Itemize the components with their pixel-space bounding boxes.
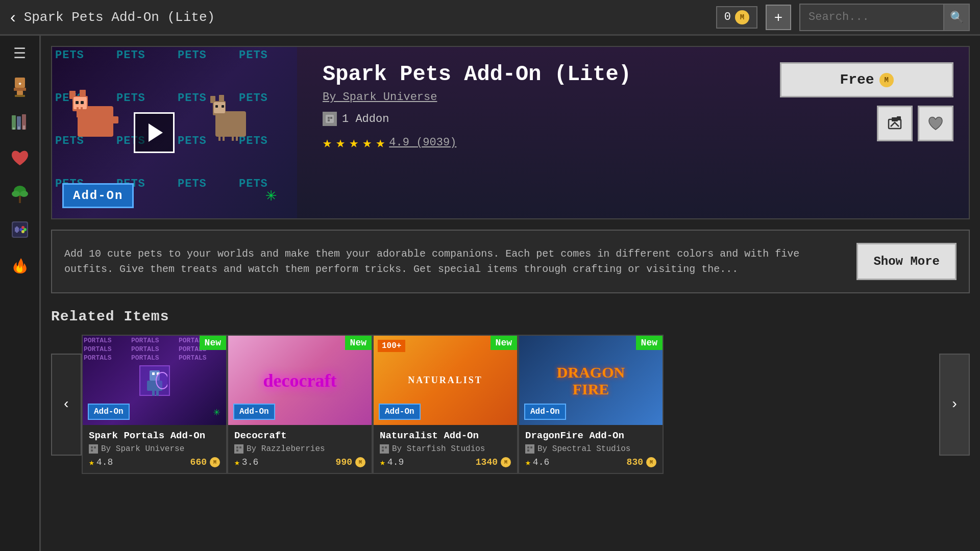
menu-icon[interactable]: ☰ (9, 41, 30, 66)
item-price: 1340 M (476, 457, 511, 467)
svg-rect-70 (385, 446, 387, 448)
back-button[interactable]: ‹ (10, 8, 16, 27)
item-addon-badge: Add-On (88, 404, 130, 420)
item-author-icon (525, 444, 534, 454)
svg-rect-9 (18, 127, 20, 130)
sidebar-item-library[interactable] (5, 107, 35, 138)
svg-rect-41 (222, 105, 224, 108)
product-actions: Free M (775, 47, 969, 218)
item-thumbnail: DRAGON FIRE New Add-On (519, 336, 663, 425)
item-author: By Razzleberries (247, 444, 325, 454)
svg-rect-29 (81, 101, 84, 104)
svg-rect-68 (380, 445, 388, 453)
sparkle-icon: ✳ (265, 184, 277, 206)
item-author: By Spectral Studios (537, 444, 630, 454)
svg-rect-10 (23, 126, 25, 130)
svg-rect-74 (530, 446, 532, 448)
sidebar-item-nature[interactable] (5, 179, 35, 209)
svg-rect-28 (76, 101, 79, 104)
list-item[interactable]: decocraft New Add-On Decocraft By Razzle… (227, 335, 373, 474)
svg-rect-61 (91, 446, 93, 448)
item-star: ★ (525, 457, 531, 468)
list-item[interactable]: PORTALSPORTALSPORTALS PORTALSPORTALSPORT… (82, 335, 227, 474)
related-items: PORTALSPORTALSPORTALS PORTALSPORTALSPORT… (82, 335, 939, 474)
item-thumbnail: decocraft New Add-On (228, 336, 372, 425)
item-name: Decocraft (234, 430, 365, 441)
related-nav-left[interactable]: ‹ (51, 354, 82, 456)
list-item[interactable]: DRAGON FIRE New Add-On DragonFire Add-On (518, 335, 664, 474)
search-button[interactable]: 🔍 (943, 5, 969, 30)
item-addon-badge: Add-On (524, 404, 566, 420)
item-info: Decocraft By Razzleberries ★ 3.6 (228, 425, 372, 473)
svg-rect-5 (12, 115, 16, 130)
item-thumbnail: PORTALSPORTALSPORTALS PORTALSPORTALSPORT… (83, 336, 226, 425)
rating-text[interactable]: 4.9 (9039) (389, 136, 456, 149)
svg-rect-34 (98, 116, 118, 123)
star-3: ★ (349, 133, 358, 152)
svg-rect-72 (526, 445, 534, 453)
item-rating-row: ★ 3.6 990 M (234, 457, 365, 468)
product-header: PETS PETS PETS PETS PETS PETS PETS PETS … (51, 46, 970, 219)
product-author[interactable]: By Spark Universe (323, 91, 749, 104)
search-bar: 🔍 (799, 4, 970, 31)
item-author: By Spark Universe (101, 444, 184, 454)
item-author-row: By Starfish Studios (380, 444, 511, 454)
svg-rect-65 (236, 446, 238, 448)
action-row (877, 106, 953, 141)
sidebar-item-fire[interactable] (5, 250, 35, 281)
svg-rect-62 (94, 446, 96, 448)
main-content: PETS PETS PETS PETS PETS PETS PETS PETS … (41, 36, 980, 551)
item-addon-badge: Add-On (233, 404, 275, 420)
svg-rect-52 (897, 116, 901, 120)
svg-rect-49 (328, 119, 330, 121)
item-info: Naturalist Add-On By Starfish Studios ★ (374, 425, 517, 473)
coins-display: 0 M (716, 6, 757, 29)
svg-rect-33 (95, 107, 97, 117)
svg-point-13 (12, 191, 20, 197)
item-coin-icon: M (501, 457, 511, 467)
wishlist-button[interactable] (918, 106, 953, 141)
svg-rect-31 (81, 107, 83, 117)
show-more-button[interactable]: Show More (856, 243, 957, 280)
svg-rect-47 (328, 117, 330, 119)
svg-rect-48 (330, 117, 332, 119)
page-title: Spark Pets Add-On (Lite) (24, 10, 708, 25)
get-free-button[interactable]: Free M (780, 62, 953, 97)
svg-text:★: ★ (18, 80, 21, 87)
item-thumbnail: NATURALIST New 100+ Add-On (374, 336, 517, 425)
svg-point-59 (156, 372, 167, 389)
item-price: 830 M (627, 457, 656, 467)
svg-rect-43 (223, 132, 225, 141)
item-rating: 4.6 (533, 457, 549, 467)
item-name: Spark Portals Add-On (89, 430, 220, 441)
item-price: 660 M (190, 457, 220, 467)
item-rating: 4.8 (96, 457, 113, 467)
svg-rect-37 (210, 96, 215, 103)
related-nav-right[interactable]: › (939, 354, 970, 456)
play-icon (149, 123, 163, 142)
svg-point-22 (21, 230, 24, 233)
new-badge: New (636, 336, 663, 350)
item-price: 990 M (336, 457, 365, 467)
add-coins-button[interactable]: + (766, 5, 791, 30)
svg-rect-54 (152, 372, 155, 375)
item-rating-row: ★ 4.6 830 M (525, 457, 656, 468)
svg-rect-45 (236, 132, 238, 141)
sidebar-item-favorites[interactable] (5, 143, 35, 173)
item-star: ★ (234, 457, 240, 468)
share-button[interactable] (877, 106, 913, 141)
search-input[interactable] (800, 7, 943, 28)
play-button[interactable] (134, 112, 175, 153)
sidebar-item-gaming[interactable] (5, 214, 35, 245)
star-2: ★ (336, 133, 345, 152)
item-info: Spark Portals Add-On By Spark Universe ★ (83, 425, 226, 473)
svg-rect-3 (15, 95, 25, 97)
sidebar-item-achievements[interactable]: ★ (5, 71, 35, 102)
star-5: ★ (376, 133, 385, 152)
list-item[interactable]: NATURALIST New 100+ Add-On Naturalist Ad… (373, 335, 518, 474)
item-info: DragonFire Add-On By Spectral Studios ★ (519, 425, 663, 473)
item-rating-row: ★ 4.8 660 M (89, 457, 220, 468)
item-author-icon (89, 444, 98, 454)
item-author: By Starfish Studios (392, 444, 485, 454)
svg-rect-26 (80, 90, 86, 98)
